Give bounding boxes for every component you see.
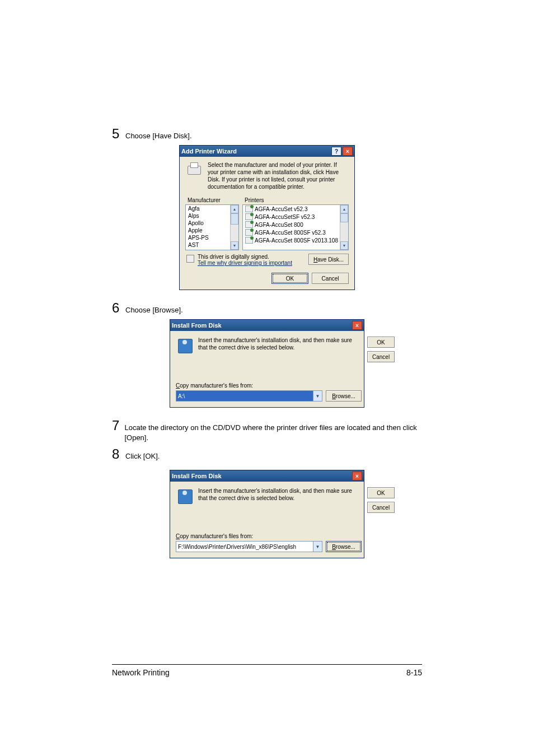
- step-7-text: Locate the directory on the CD/DVD where…: [124, 420, 422, 443]
- list-item[interactable]: Apple: [186, 227, 231, 234]
- list-item[interactable]: Agfa: [186, 205, 231, 212]
- list-item[interactable]: APS-PS: [186, 234, 231, 241]
- install2-title: Install From Disk: [172, 473, 222, 479]
- printer-item-icon: [245, 206, 253, 212]
- dropdown-button[interactable]: ▼: [313, 391, 322, 401]
- close-button[interactable]: ×: [352, 321, 362, 330]
- ok-button[interactable]: OK: [271, 273, 308, 284]
- install-from-disk-dialog-1: Install From Disk × Insert the manufactu…: [170, 319, 364, 408]
- printer-item-icon: [245, 237, 253, 244]
- help-button[interactable]: ?: [331, 147, 341, 156]
- have-disk-button[interactable]: Have Disk...: [308, 254, 349, 265]
- browse-button[interactable]: Browse...: [326, 541, 362, 552]
- add-printer-intro: Select the manufacturer and model of you…: [208, 161, 349, 190]
- footer-left: Network Printing: [112, 668, 170, 677]
- step-6-text: Choose [Browse].: [125, 302, 183, 315]
- cancel-button[interactable]: Cancel: [367, 351, 395, 362]
- browse-button[interactable]: Browse...: [326, 390, 362, 402]
- step-5-num: 5: [112, 126, 125, 142]
- step-8-num: 8: [112, 446, 125, 462]
- add-printer-title: Add Printer Wizard: [181, 148, 237, 155]
- copy-from-label: Copy manufacturer's files from:: [176, 382, 362, 389]
- scroll-up-button[interactable]: ▲: [231, 205, 238, 213]
- printer-icon: [185, 161, 203, 179]
- scroll-down-button[interactable]: ▼: [340, 241, 348, 250]
- copy-from-combo[interactable]: ▼: [176, 541, 322, 552]
- list-item[interactable]: AGFA-AccuSet 800SF v2013.108: [243, 236, 340, 244]
- cancel-button[interactable]: Cancel: [312, 273, 349, 284]
- step-6: 6 Choose [Browse].: [112, 300, 422, 316]
- copy-from-combo[interactable]: ▼: [176, 390, 322, 402]
- list-item[interactable]: Apollo: [186, 220, 231, 227]
- install1-titlebar: Install From Disk ×: [170, 320, 364, 331]
- scroll-up-button[interactable]: ▲: [340, 205, 348, 213]
- step-6-num: 6: [112, 300, 125, 316]
- copy-from-label: Copy manufacturer's files from:: [176, 533, 362, 539]
- signing-link[interactable]: Tell me why driver signing is important: [198, 260, 305, 266]
- ok-button[interactable]: OK: [367, 337, 395, 348]
- add-printer-titlebar: Add Printer Wizard ? ×: [180, 146, 354, 157]
- copy-from-input[interactable]: [176, 542, 313, 552]
- printer-item-icon: [245, 229, 253, 236]
- list-item[interactable]: AGFA-AccuSet v52.3: [243, 205, 340, 213]
- install2-titlebar: Install From Disk ×: [170, 470, 364, 482]
- install2-msg: Insert the manufacturer's installation d…: [198, 487, 362, 505]
- footer-right: 8-15: [406, 668, 422, 677]
- close-button[interactable]: ×: [343, 147, 353, 156]
- close-button[interactable]: ×: [352, 472, 362, 480]
- dropdown-button[interactable]: ▼: [313, 542, 322, 552]
- page-footer: Network Printing 8-15: [112, 664, 422, 677]
- signed-icon: [185, 254, 194, 263]
- scroll-down-button[interactable]: ▼: [231, 241, 238, 250]
- signed-text: This driver is digitally signed.: [198, 254, 305, 260]
- printer-item-icon: [245, 221, 253, 228]
- step-7-num: 7: [112, 418, 124, 433]
- step-8-text: Click [OK].: [125, 449, 160, 461]
- install-from-disk-dialog-2: Install From Disk × Insert the manufactu…: [170, 470, 364, 558]
- install1-msg: Insert the manufacturer's installation d…: [198, 337, 362, 354]
- printers-list[interactable]: AGFA-AccuSet v52.3 AGFA-AccuSetSF v52.3 …: [242, 204, 349, 250]
- list-item[interactable]: AGFA-AccuSet 800: [243, 221, 340, 228]
- install1-title: Install From Disk: [172, 322, 222, 329]
- list-item[interactable]: Alps: [186, 212, 231, 220]
- cancel-button[interactable]: Cancel: [367, 502, 395, 513]
- disk-icon: [176, 337, 194, 354]
- list-item[interactable]: AGFA-AccuSetSF v52.3: [243, 213, 340, 221]
- scroll-thumb[interactable]: [231, 213, 238, 225]
- scrollbar[interactable]: ▲ ▼: [340, 205, 348, 250]
- scrollbar[interactable]: ▲ ▼: [230, 205, 238, 250]
- disk-icon: [176, 487, 194, 505]
- step-5-text: Choose [Have Disk].: [125, 128, 192, 141]
- step-7: 7 Locate the directory on the CD/DVD whe…: [112, 418, 422, 443]
- manufacturer-label: Manufacturer: [185, 196, 239, 204]
- manufacturer-list[interactable]: Agfa Alps Apollo Apple APS-PS AST ▲: [185, 204, 239, 250]
- step-8: 8 Click [OK].: [112, 446, 422, 462]
- ok-button[interactable]: OK: [367, 487, 395, 498]
- list-item[interactable]: AST: [186, 241, 231, 249]
- copy-from-input[interactable]: [176, 391, 313, 401]
- printers-label: Printers: [242, 196, 349, 204]
- list-item[interactable]: AGFA-AccuSet 800SF v52.3: [243, 228, 340, 236]
- scroll-thumb[interactable]: [340, 213, 348, 222]
- step-5: 5 Choose [Have Disk].: [112, 126, 422, 142]
- add-printer-wizard-dialog: Add Printer Wizard ? × Select the manufa…: [179, 145, 355, 290]
- printer-item-icon: [245, 213, 253, 220]
